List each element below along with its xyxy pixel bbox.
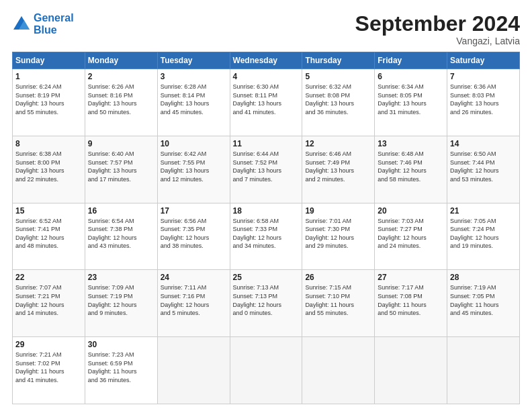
calendar-cell xyxy=(447,337,520,404)
calendar-cell xyxy=(157,337,230,404)
day-number: 11 xyxy=(233,139,300,148)
calendar-cell: 3Sunrise: 6:28 AM Sunset: 8:14 PM Daylig… xyxy=(157,69,230,136)
calendar-cell: 20Sunrise: 7:03 AM Sunset: 7:27 PM Dayli… xyxy=(375,203,447,270)
day-number: 10 xyxy=(161,139,227,148)
day-info: Sunrise: 6:54 AM Sunset: 7:38 PM Dayligh… xyxy=(88,217,154,250)
day-info: Sunrise: 7:17 AM Sunset: 7:08 PM Dayligh… xyxy=(378,283,444,317)
calendar-week-1: 1Sunrise: 6:24 AM Sunset: 8:19 PM Daylig… xyxy=(13,69,520,136)
calendar-cell: 1Sunrise: 6:24 AM Sunset: 8:19 PM Daylig… xyxy=(13,69,85,136)
day-info: Sunrise: 6:46 AM Sunset: 7:49 PM Dayligh… xyxy=(305,150,371,183)
day-number: 5 xyxy=(305,72,371,81)
day-number: 9 xyxy=(88,139,154,148)
calendar-cell: 12Sunrise: 6:46 AM Sunset: 7:49 PM Dayli… xyxy=(302,136,375,203)
day-info: Sunrise: 6:48 AM Sunset: 7:46 PM Dayligh… xyxy=(378,150,444,183)
day-info: Sunrise: 6:34 AM Sunset: 8:05 PM Dayligh… xyxy=(378,83,444,116)
calendar-cell: 14Sunrise: 6:50 AM Sunset: 7:44 PM Dayli… xyxy=(447,136,520,203)
day-number: 7 xyxy=(450,72,517,81)
calendar-cell: 7Sunrise: 6:36 AM Sunset: 8:03 PM Daylig… xyxy=(447,69,520,136)
calendar-cell: 8Sunrise: 6:38 AM Sunset: 8:00 PM Daylig… xyxy=(13,136,85,203)
day-number: 6 xyxy=(378,72,444,81)
calendar-cell: 17Sunrise: 6:56 AM Sunset: 7:35 PM Dayli… xyxy=(157,203,230,270)
calendar-cell: 24Sunrise: 7:11 AM Sunset: 7:16 PM Dayli… xyxy=(157,270,230,337)
day-info: Sunrise: 7:19 AM Sunset: 7:05 PM Dayligh… xyxy=(450,283,517,317)
day-info: Sunrise: 7:15 AM Sunset: 7:10 PM Dayligh… xyxy=(305,283,371,317)
day-number: 13 xyxy=(378,139,444,148)
day-info: Sunrise: 6:52 AM Sunset: 7:41 PM Dayligh… xyxy=(15,217,82,250)
day-number: 14 xyxy=(450,139,517,148)
day-number: 15 xyxy=(15,206,82,216)
day-info: Sunrise: 6:30 AM Sunset: 8:11 PM Dayligh… xyxy=(233,83,300,116)
day-number: 4 xyxy=(233,72,300,81)
day-info: Sunrise: 6:58 AM Sunset: 7:33 PM Dayligh… xyxy=(233,217,300,250)
day-number: 20 xyxy=(378,206,444,216)
calendar-cell: 27Sunrise: 7:17 AM Sunset: 7:08 PM Dayli… xyxy=(375,270,447,337)
day-info: Sunrise: 6:36 AM Sunset: 8:03 PM Dayligh… xyxy=(450,83,517,116)
day-number: 18 xyxy=(233,206,300,216)
calendar-cell xyxy=(230,337,302,404)
calendar-cell: 23Sunrise: 7:09 AM Sunset: 7:19 PM Dayli… xyxy=(85,270,157,337)
logo: General Blue xyxy=(12,12,74,36)
calendar-cell: 25Sunrise: 7:13 AM Sunset: 7:13 PM Dayli… xyxy=(230,270,302,337)
calendar-cell: 29Sunrise: 7:21 AM Sunset: 7:02 PM Dayli… xyxy=(13,337,85,404)
day-number: 12 xyxy=(305,139,371,148)
day-number: 21 xyxy=(450,206,517,216)
calendar-cell: 19Sunrise: 7:01 AM Sunset: 7:30 PM Dayli… xyxy=(302,203,375,270)
day-info: Sunrise: 7:03 AM Sunset: 7:27 PM Dayligh… xyxy=(378,217,444,250)
col-tuesday: Tuesday xyxy=(157,52,230,69)
col-thursday: Thursday xyxy=(302,52,375,69)
day-info: Sunrise: 7:09 AM Sunset: 7:19 PM Dayligh… xyxy=(88,283,154,317)
logo-text: General Blue xyxy=(34,12,74,36)
day-info: Sunrise: 6:32 AM Sunset: 8:08 PM Dayligh… xyxy=(305,83,371,116)
day-number: 8 xyxy=(15,139,82,148)
day-info: Sunrise: 7:07 AM Sunset: 7:21 PM Dayligh… xyxy=(15,283,82,317)
col-wednesday: Wednesday xyxy=(230,52,302,69)
day-number: 26 xyxy=(305,273,371,282)
day-number: 19 xyxy=(305,206,371,216)
calendar-week-5: 29Sunrise: 7:21 AM Sunset: 7:02 PM Dayli… xyxy=(13,337,520,404)
day-number: 22 xyxy=(15,273,82,282)
calendar-week-2: 8Sunrise: 6:38 AM Sunset: 8:00 PM Daylig… xyxy=(13,136,520,203)
calendar-cell: 6Sunrise: 6:34 AM Sunset: 8:05 PM Daylig… xyxy=(375,69,447,136)
calendar-cell: 13Sunrise: 6:48 AM Sunset: 7:46 PM Dayli… xyxy=(375,136,447,203)
day-info: Sunrise: 6:40 AM Sunset: 7:57 PM Dayligh… xyxy=(88,150,154,183)
calendar-cell: 15Sunrise: 6:52 AM Sunset: 7:41 PM Dayli… xyxy=(13,203,85,270)
day-number: 2 xyxy=(88,72,154,81)
day-info: Sunrise: 6:42 AM Sunset: 7:55 PM Dayligh… xyxy=(161,150,227,183)
day-number: 24 xyxy=(161,273,227,282)
col-friday: Friday xyxy=(375,52,447,69)
day-number: 30 xyxy=(88,340,154,349)
location: Vangazi, Latvia xyxy=(355,36,520,46)
day-number: 3 xyxy=(161,72,227,81)
day-info: Sunrise: 6:56 AM Sunset: 7:35 PM Dayligh… xyxy=(161,217,227,250)
calendar-cell: 28Sunrise: 7:19 AM Sunset: 7:05 PM Dayli… xyxy=(447,270,520,337)
day-number: 1 xyxy=(15,72,82,81)
day-info: Sunrise: 6:38 AM Sunset: 8:00 PM Dayligh… xyxy=(15,150,82,183)
calendar-week-4: 22Sunrise: 7:07 AM Sunset: 7:21 PM Dayli… xyxy=(13,270,520,337)
day-info: Sunrise: 7:13 AM Sunset: 7:13 PM Dayligh… xyxy=(233,283,300,317)
day-info: Sunrise: 6:26 AM Sunset: 8:16 PM Dayligh… xyxy=(88,83,154,116)
calendar-cell xyxy=(302,337,375,404)
day-number: 16 xyxy=(88,206,154,216)
day-number: 17 xyxy=(161,206,227,216)
page: General Blue September 2024 Vangazi, Lat… xyxy=(0,0,532,411)
month-title: September 2024 xyxy=(355,12,520,36)
day-number: 25 xyxy=(233,273,300,282)
day-info: Sunrise: 7:05 AM Sunset: 7:24 PM Dayligh… xyxy=(450,217,517,250)
calendar-cell: 4Sunrise: 6:30 AM Sunset: 8:11 PM Daylig… xyxy=(230,69,302,136)
calendar-cell xyxy=(375,337,447,404)
day-info: Sunrise: 6:50 AM Sunset: 7:44 PM Dayligh… xyxy=(450,150,517,183)
calendar-cell: 5Sunrise: 6:32 AM Sunset: 8:08 PM Daylig… xyxy=(302,69,375,136)
day-number: 29 xyxy=(15,340,82,349)
day-info: Sunrise: 7:23 AM Sunset: 6:59 PM Dayligh… xyxy=(88,351,154,384)
calendar-cell: 9Sunrise: 6:40 AM Sunset: 7:57 PM Daylig… xyxy=(85,136,157,203)
col-monday: Monday xyxy=(85,52,157,69)
calendar-cell: 22Sunrise: 7:07 AM Sunset: 7:21 PM Dayli… xyxy=(13,270,85,337)
day-number: 28 xyxy=(450,273,517,282)
calendar-header-row: Sunday Monday Tuesday Wednesday Thursday… xyxy=(13,52,520,69)
logo-icon xyxy=(12,15,31,34)
title-block: September 2024 Vangazi, Latvia xyxy=(355,12,520,46)
calendar-cell: 18Sunrise: 6:58 AM Sunset: 7:33 PM Dayli… xyxy=(230,203,302,270)
day-info: Sunrise: 7:21 AM Sunset: 7:02 PM Dayligh… xyxy=(15,351,82,384)
col-sunday: Sunday xyxy=(13,52,85,69)
calendar-cell: 2Sunrise: 6:26 AM Sunset: 8:16 PM Daylig… xyxy=(85,69,157,136)
